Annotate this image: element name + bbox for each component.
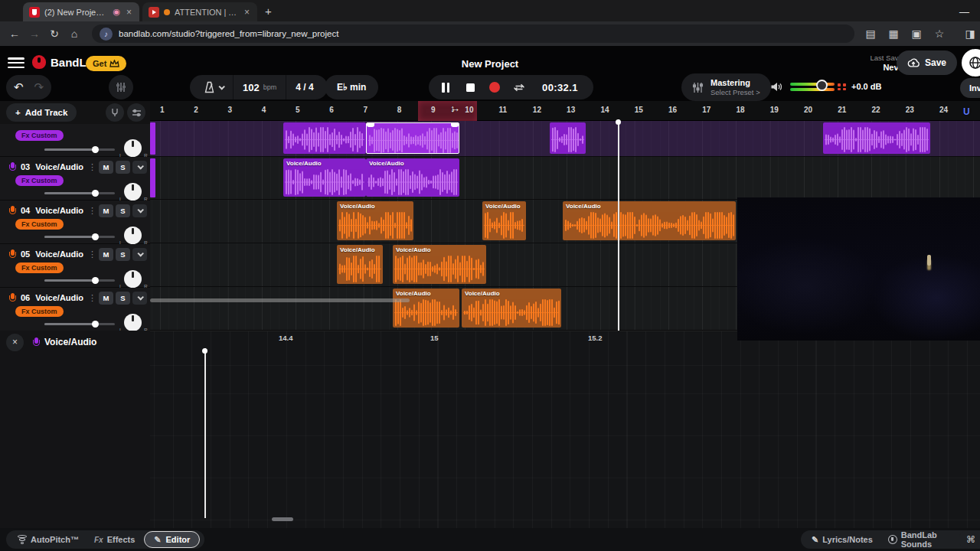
autopitch-button[interactable]: AutoPitch™ <box>11 535 85 545</box>
shortcuts-button[interactable]: ⌘ <box>959 530 980 549</box>
slider-handle[interactable] <box>92 190 99 197</box>
pan-knob[interactable] <box>124 139 142 157</box>
record-button[interactable] <box>482 75 507 99</box>
key-signature-button[interactable]: E♭ min <box>325 75 378 99</box>
track-volume-slider[interactable] <box>44 279 115 282</box>
slider-handle[interactable] <box>92 277 99 284</box>
loop-button[interactable] <box>507 75 531 99</box>
stop-button[interactable] <box>458 75 482 99</box>
extensions-icon[interactable]: ▤ <box>861 28 880 40</box>
redo-button[interactable]: ↷ <box>34 80 44 94</box>
region-editor-canvas[interactable]: 14.41515.2 <box>150 331 980 528</box>
mute-button[interactable]: M <box>99 204 113 217</box>
mastering-preset-link[interactable]: Select Preset > <box>710 88 760 96</box>
fx-custom-badge[interactable]: Fx Custom <box>15 130 64 141</box>
slider-handle[interactable] <box>92 321 99 328</box>
bookmark-star-icon[interactable]: ☆ <box>929 28 949 40</box>
mute-button[interactable]: M <box>99 161 113 174</box>
track-lane[interactable]: Voice/Audio Voice/Audio <box>150 157 980 200</box>
mute-button[interactable]: M <box>99 248 113 261</box>
invite-button[interactable]: Inv <box>960 78 980 98</box>
cast-icon[interactable]: ▦ <box>884 28 903 40</box>
tab-close-icon[interactable]: × <box>125 7 133 18</box>
collapse-chevron-icon[interactable] <box>132 204 147 217</box>
track-row[interactable]: 03 Voice/Audio ⋮ M S Fx Custom L R <box>0 157 150 201</box>
audio-region[interactable]: Voice/Audio <box>393 245 486 284</box>
fx-custom-badge[interactable]: Fx Custom <box>15 306 64 317</box>
audio-region[interactable]: Voice/Audio <box>337 245 383 284</box>
audio-region[interactable]: Voice/Audio <box>393 289 459 328</box>
audio-region[interactable] <box>823 122 930 154</box>
track-lane[interactable] <box>150 121 980 157</box>
solo-button[interactable]: S <box>116 248 130 261</box>
volume-knob[interactable] <box>816 80 828 91</box>
mixer-button[interactable] <box>109 75 133 99</box>
close-icon[interactable]: × <box>6 334 24 351</box>
fx-custom-badge[interactable]: Fx Custom <box>15 175 64 186</box>
collapse-chevron-icon[interactable] <box>132 292 147 305</box>
collapse-chevron-icon[interactable] <box>132 161 147 174</box>
reload-button[interactable]: ↻ <box>44 28 64 40</box>
collaborator-avatar[interactable]: U <box>963 106 970 117</box>
editor-scrollbar[interactable] <box>272 517 293 521</box>
back-button[interactable]: ← <box>5 28 24 40</box>
mastering-button[interactable]: Mastering Select Preset > <box>681 73 771 101</box>
mute-button[interactable]: M <box>99 292 113 305</box>
track-volume-slider[interactable] <box>44 236 115 238</box>
track-row[interactable]: Fx Custom L R <box>0 124 150 157</box>
track-row[interactable]: 04 Voice/Audio ⋮ M S Fx Custom L R <box>0 201 150 244</box>
track-volume-slider[interactable] <box>44 323 115 325</box>
address-bar[interactable]: ♪ bandlab.com/studio?triggered_from=libr… <box>92 24 854 43</box>
playhead[interactable] <box>618 119 619 331</box>
lyrics-notes-button[interactable]: ✎ Lyrics/Notes <box>805 535 879 545</box>
track-volume-slider[interactable] <box>44 148 115 151</box>
browser-tab-youtube[interactable]: ATTENTION | Afrobeat x Da × <box>142 2 257 21</box>
slider-handle[interactable] <box>92 233 99 240</box>
audio-region-selected[interactable] <box>366 122 459 154</box>
audio-region[interactable]: Voice/Audio <box>563 201 736 240</box>
editor-playhead[interactable] <box>204 348 206 518</box>
audio-region[interactable]: Voice/Audio <box>462 289 561 328</box>
editor-tab-button[interactable]: ✎ Editor <box>144 531 200 548</box>
master-volume-slider[interactable] <box>790 83 835 93</box>
new-tab-button[interactable]: + <box>265 5 272 18</box>
timeline-ruler[interactable]: ↔↕ U 12345678910111213141516171819202122… <box>150 101 980 121</box>
time-signature-control[interactable]: 4 / 4 <box>286 75 322 99</box>
audio-region[interactable] <box>283 122 366 154</box>
slider-handle[interactable] <box>92 146 99 153</box>
add-track-button[interactable]: + Add Track <box>6 103 77 122</box>
audio-region[interactable]: Voice/Audio <box>337 201 413 240</box>
pan-knob[interactable] <box>124 314 142 331</box>
audio-region[interactable] <box>550 122 586 154</box>
track-settings-button[interactable] <box>127 103 145 122</box>
browser-tab-studio[interactable]: (2) New Project - Studio ◉ × <box>23 2 139 21</box>
collapse-chevron-icon[interactable] <box>132 248 147 261</box>
undo-button[interactable]: ↶ <box>14 80 24 94</box>
audio-region[interactable]: Voice/Audio <box>283 158 366 197</box>
pan-knob[interactable] <box>124 227 142 244</box>
kebab-menu-icon[interactable]: ⋮ <box>88 249 96 259</box>
kebab-menu-icon[interactable]: ⋮ <box>88 293 96 303</box>
kebab-menu-icon[interactable]: ⋮ <box>88 206 96 216</box>
fx-custom-badge[interactable]: Fx Custom <box>15 219 64 230</box>
translate-icon[interactable]: ▣ <box>906 28 926 40</box>
side-panel-icon[interactable]: ◨ <box>960 28 980 40</box>
pan-knob[interactable] <box>124 183 142 201</box>
track-row[interactable]: 06 Voice/Audio ⋮ M S Fx Custom L R <box>0 288 150 331</box>
solo-button[interactable]: S <box>116 161 130 174</box>
effects-button[interactable]: Fx Effects <box>88 535 141 544</box>
audio-region[interactable]: Voice/Audio <box>482 201 526 240</box>
pause-button[interactable] <box>433 75 458 99</box>
forward-button[interactable]: → <box>24 28 44 40</box>
track-volume-slider[interactable] <box>44 192 115 194</box>
save-button[interactable]: Save <box>897 51 957 75</box>
tuner-button[interactable] <box>106 103 124 122</box>
window-minimize-button[interactable]: — <box>959 6 969 18</box>
solo-button[interactable]: S <box>116 204 130 217</box>
horizontal-scrollbar[interactable] <box>150 298 410 302</box>
audio-region[interactable]: Voice/Audio <box>366 158 459 197</box>
tab-close-icon[interactable]: × <box>243 7 251 18</box>
track-row[interactable]: 05 Voice/Audio ⋮ M S Fx Custom L R <box>0 244 150 288</box>
home-button[interactable]: ⌂ <box>64 28 84 40</box>
metronome-button[interactable] <box>194 75 233 99</box>
